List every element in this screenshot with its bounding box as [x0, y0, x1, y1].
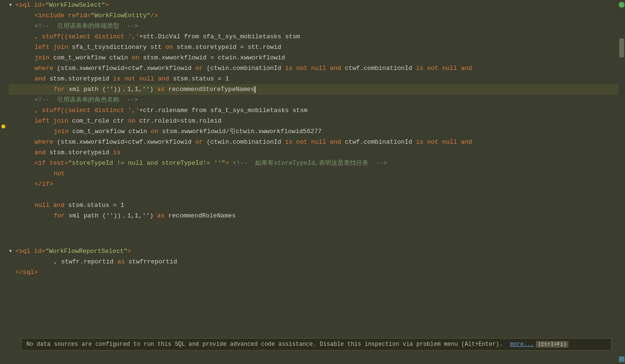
- minimap-area: [618, 10, 625, 356]
- editor-gutter: [0, 0, 7, 364]
- code-line: ▾ <sql id="WorkFlowSelect">: [9, 0, 618, 11]
- code-line: null and stsm.status = 1: [9, 200, 618, 211]
- code-line: </if>: [9, 179, 618, 190]
- code-line: not: [9, 169, 618, 179]
- notification-tooltip: No data sources are configured to run th…: [21, 338, 612, 351]
- code-line: left join sfa_t_tsysdictionary stt on st…: [9, 42, 618, 53]
- notification-shortcut: (Ctrl+F1): [536, 341, 568, 348]
- code-line: and stsm.storetypeid is: [9, 148, 618, 158]
- code-line: join com_t_workflow ctwin on stsm.xwwork…: [9, 53, 618, 63]
- code-line: , stuff((select distinct ','+stt.DicVal …: [9, 32, 618, 42]
- bottom-icon[interactable]: ↑: [619, 356, 625, 362]
- fold-icon[interactable]: ▾: [9, 0, 15, 11]
- editor-container: ▾ <sql id="WorkFlowSelect"> <include ref…: [0, 0, 625, 364]
- code-line: , stwfr.reportid as stwfrreportid: [9, 257, 618, 267]
- code-line: left join com_t_role ctr on ctr.roleid=s…: [9, 116, 618, 126]
- code-line: [9, 236, 618, 246]
- fold-icon[interactable]: ▾: [9, 246, 15, 257]
- text-cursor: [255, 86, 255, 93]
- code-line: [9, 190, 618, 200]
- code-line: <!-- 引用该表单的角色名称 -->: [9, 95, 618, 105]
- code-line: <!-- 引用该表单的终端类型 -->: [9, 21, 618, 32]
- code-line: and stsm.storetypeid is not null and sts…: [9, 74, 618, 84]
- code-line: where (stsm.xwworkflowid=ctwf.xwworkflow…: [9, 137, 618, 148]
- code-line: <include refid="WorkFlowEntity"/>: [9, 11, 618, 21]
- code-line: for xml path (''))，1,1,'') as recommendR…: [9, 211, 618, 221]
- minimap-thumb[interactable]: [619, 38, 624, 57]
- code-line: <if test="storeTypeId != null and storeT…: [9, 158, 618, 169]
- code-line: , stuff((select distinct ','+ctr.rolenam…: [9, 105, 618, 116]
- notification-text: No data sources are configured to run th…: [26, 341, 503, 348]
- notification-more-link[interactable]: more...: [510, 341, 534, 348]
- code-area[interactable]: ▾ <sql id="WorkFlowSelect"> <include ref…: [7, 0, 618, 364]
- code-line: where (stsm.xwworkflowid=ctwf.xwworkflow…: [9, 63, 618, 74]
- status-indicator: [619, 2, 625, 8]
- code-line: </sql>: [9, 267, 618, 278]
- code-line: join com_t_workflow ctwin on stsm.xwwork…: [9, 126, 618, 137]
- gutter-dot: [1, 125, 5, 128]
- code-line: ▾ <sql id="WorkFlowReportSelect">: [9, 246, 618, 257]
- code-line: for xml path (''))，1,1,'') as recommendS…: [9, 84, 618, 95]
- right-panel: ↑: [618, 0, 625, 364]
